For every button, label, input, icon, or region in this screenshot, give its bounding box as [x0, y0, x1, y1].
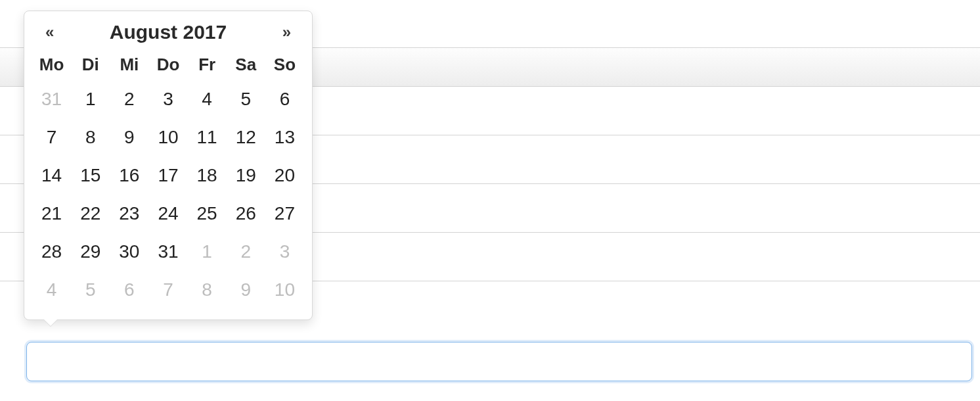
calendar-day[interactable]: 6: [110, 271, 148, 309]
calendar-day[interactable]: 30: [110, 233, 148, 271]
calendar-day[interactable]: 22: [71, 195, 110, 233]
calendar-day[interactable]: 7: [148, 271, 187, 309]
chevron-left-icon: «: [45, 23, 54, 41]
calendar-day[interactable]: 5: [227, 80, 265, 118]
calendar-day[interactable]: 15: [71, 156, 110, 195]
calendar-day[interactable]: 14: [32, 156, 71, 195]
calendar-day[interactable]: 27: [265, 195, 304, 233]
calendar-week: 45678910: [32, 271, 304, 309]
calendar-day[interactable]: 1: [71, 80, 110, 118]
calendar-week: 28293031123: [32, 233, 304, 271]
calendar-day[interactable]: 2: [110, 80, 148, 118]
weekday-header: Sa: [227, 48, 265, 80]
next-month-button[interactable]: »: [276, 20, 298, 44]
calendar-grid: Mo Di Mi Do Fr Sa So 3112345678910111213…: [32, 48, 304, 309]
chevron-right-icon: »: [282, 23, 291, 41]
calendar-day[interactable]: 23: [110, 195, 148, 233]
weekday-header: Di: [71, 48, 110, 80]
calendar-day[interactable]: 7: [32, 118, 71, 156]
date-input[interactable]: [26, 342, 972, 381]
calendar-day[interactable]: 16: [110, 156, 148, 195]
calendar-day[interactable]: 9: [227, 271, 265, 309]
calendar-day[interactable]: 9: [110, 118, 148, 156]
weekday-header: Mo: [32, 48, 71, 80]
month-year-title[interactable]: August 2017: [60, 21, 275, 43]
calendar-day[interactable]: 31: [32, 80, 71, 118]
calendar-week: 21222324252627: [32, 195, 304, 233]
calendar-day[interactable]: 3: [265, 233, 304, 271]
weekday-header: So: [265, 48, 304, 80]
calendar-day[interactable]: 17: [148, 156, 187, 195]
calendar-day[interactable]: 2: [227, 233, 265, 271]
weekday-header: Do: [148, 48, 187, 80]
calendar-day[interactable]: 19: [227, 156, 265, 195]
calendar-day[interactable]: 18: [188, 156, 227, 195]
calendar-day[interactable]: 31: [148, 233, 187, 271]
calendar-day[interactable]: 12: [227, 118, 265, 156]
datepicker-popover: « August 2017 » Mo Di Mi Do Fr Sa So 311…: [24, 11, 313, 320]
calendar-day[interactable]: 28: [32, 233, 71, 271]
weekday-header: Fr: [188, 48, 227, 80]
calendar-day[interactable]: 8: [71, 118, 110, 156]
calendar-day[interactable]: 21: [32, 195, 71, 233]
calendar-day[interactable]: 11: [188, 118, 227, 156]
calendar-day[interactable]: 26: [227, 195, 265, 233]
calendar-day[interactable]: 20: [265, 156, 304, 195]
calendar-week: 78910111213: [32, 118, 304, 156]
calendar-week: 14151617181920: [32, 156, 304, 195]
calendar-day[interactable]: 1: [188, 233, 227, 271]
prev-month-button[interactable]: «: [39, 20, 60, 44]
weekday-header: Mi: [110, 48, 148, 80]
calendar-day[interactable]: 6: [265, 80, 304, 118]
calendar-day[interactable]: 24: [148, 195, 187, 233]
calendar-day[interactable]: 10: [148, 118, 187, 156]
calendar-day[interactable]: 13: [265, 118, 304, 156]
calendar-day[interactable]: 10: [265, 271, 304, 309]
calendar-day[interactable]: 8: [188, 271, 227, 309]
calendar-day[interactable]: 3: [148, 80, 187, 118]
calendar-day[interactable]: 4: [32, 271, 71, 309]
calendar-day[interactable]: 4: [188, 80, 227, 118]
calendar-day[interactable]: 25: [188, 195, 227, 233]
calendar-day[interactable]: 29: [71, 233, 110, 271]
calendar-day[interactable]: 5: [71, 271, 110, 309]
datepicker-header: « August 2017 »: [32, 20, 304, 48]
calendar-week: 31123456: [32, 80, 304, 118]
weekday-row: Mo Di Mi Do Fr Sa So: [32, 48, 304, 80]
